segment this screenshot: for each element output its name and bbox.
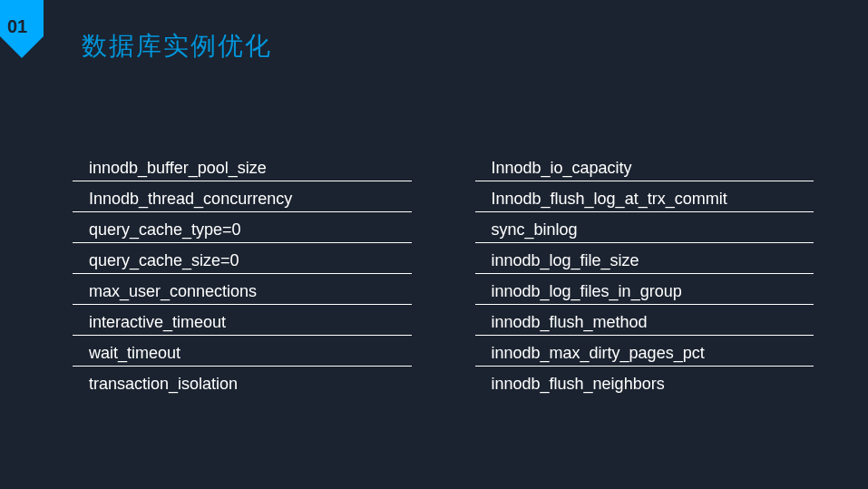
list-item: Innodb_io_capacity <box>475 154 814 181</box>
right-column: Innodb_io_capacity Innodb_flush_log_at_t… <box>475 154 814 401</box>
list-item: sync_binlog <box>475 216 814 243</box>
list-item: Innodb_flush_log_at_trx_commit <box>475 185 814 212</box>
list-item: transaction_isolation <box>73 370 412 397</box>
list-item: query_cache_type=0 <box>73 216 412 243</box>
list-item: Innodb_thread_concurrency <box>73 185 412 212</box>
content-area: innodb_buffer_pool_size Innodb_thread_co… <box>73 154 814 401</box>
list-item: innodb_max_dirty_pages_pct <box>475 339 814 367</box>
list-item: innodb_log_files_in_group <box>475 278 814 305</box>
left-column: innodb_buffer_pool_size Innodb_thread_co… <box>73 154 412 401</box>
list-item: query_cache_size=0 <box>73 247 412 274</box>
slide-number: 01 <box>7 16 27 37</box>
list-item: interactive_timeout <box>73 308 412 336</box>
list-item: innodb_flush_neighbors <box>475 370 814 397</box>
list-item: innodb_log_file_size <box>475 247 814 274</box>
list-item: wait_timeout <box>73 339 412 367</box>
slide-title: 数据库实例优化 <box>82 29 272 64</box>
list-item: innodb_flush_method <box>475 308 814 336</box>
list-item: innodb_buffer_pool_size <box>73 154 412 181</box>
list-item: max_user_connections <box>73 278 412 305</box>
